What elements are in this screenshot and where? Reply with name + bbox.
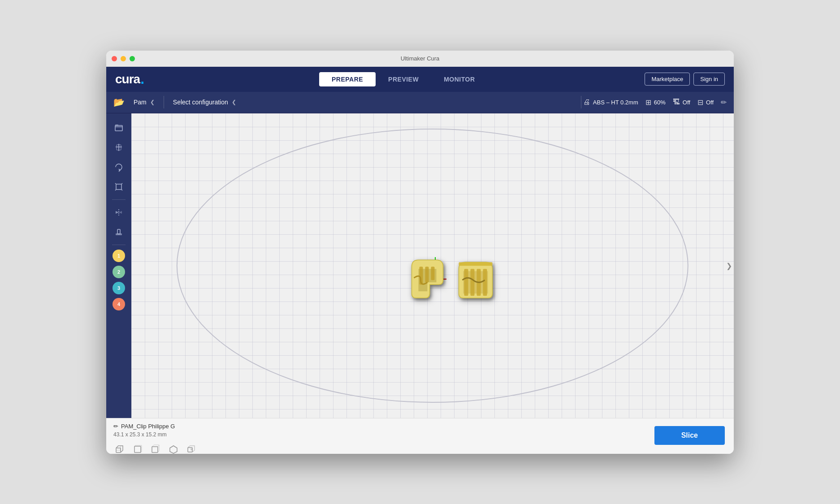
logo-dot: . [140, 71, 144, 87]
printer-name: Pam [134, 99, 147, 106]
right-scroll-indicator[interactable]: ❯ [726, 261, 732, 270]
svg-rect-13 [459, 262, 493, 266]
config-selector[interactable]: Select configuration ❮ [166, 99, 579, 106]
view-side-btn[interactable] [149, 443, 162, 454]
sidebar-sep-1 [112, 199, 126, 200]
minimize-button[interactable] [121, 56, 126, 61]
svg-rect-3 [116, 184, 121, 190]
tool-rotate[interactable] [110, 158, 128, 176]
folder-icon[interactable]: 📂 [113, 97, 125, 108]
tool-scale[interactable] [110, 178, 128, 196]
view-controls [113, 443, 727, 454]
adhesion-label: Off [706, 99, 714, 106]
tab-prepare[interactable]: PREPARE [319, 72, 376, 86]
svg-rect-7 [425, 267, 429, 282]
nav-actions: Marketplace Sign in [645, 73, 725, 86]
material-label: ABS – HT 0.2mm [593, 99, 638, 106]
layer-label-2: 2 [117, 269, 120, 275]
window-title: Ultimaker Cura [401, 55, 440, 62]
nav-tabs: PREPARE PREVIEW MONITOR [162, 72, 645, 86]
main-area: 1 2 3 4 [106, 113, 734, 418]
signin-button[interactable]: Sign in [693, 73, 725, 86]
svg-rect-8 [431, 267, 435, 280]
title-bar: Ultimaker Cura [106, 51, 734, 67]
viewport[interactable]: ❯ [131, 113, 734, 418]
pencil-icon: ✏ [113, 423, 118, 430]
view-front-btn[interactable] [131, 443, 144, 454]
layer-label-4: 4 [117, 302, 120, 307]
logo-text: cura [115, 72, 140, 86]
svg-rect-1 [115, 125, 118, 126]
logo: cura. [115, 71, 144, 87]
svg-rect-12 [483, 269, 487, 296]
maximize-button[interactable] [130, 56, 135, 61]
top-nav: cura. PREPARE PREVIEW MONITOR Marketplac… [106, 67, 734, 92]
tool-open[interactable] [110, 119, 128, 137]
traffic-lights [112, 56, 135, 61]
model-svg-2 [455, 255, 497, 305]
support-icon: 🏗 [673, 98, 680, 106]
tab-monitor[interactable]: MONITOR [431, 72, 487, 86]
material-icon: 🖨 [583, 98, 590, 106]
material-setting[interactable]: 🖨 ABS – HT 0.2mm [583, 98, 638, 106]
model-object-1[interactable] [405, 255, 450, 306]
tool-select[interactable] [110, 138, 128, 156]
svg-rect-0 [115, 125, 122, 131]
view-3d-btn[interactable] [113, 443, 126, 454]
models-container [405, 255, 497, 306]
svg-rect-18 [191, 448, 192, 450]
slice-button[interactable]: Slice [654, 426, 725, 445]
bottom-bar: ✏ PAM_Clip Philippe G 43.1 x 25.3 x 15.2… [106, 418, 734, 454]
layer-badge-3[interactable]: 3 [113, 282, 125, 294]
printer-chevron-icon: ❮ [150, 99, 155, 105]
toolbar: 📂 Pam ❮ Select configuration ❮ 🖨 ABS – H… [106, 92, 734, 113]
view-top-btn[interactable] [167, 443, 180, 454]
toolbar-divider-2 [581, 96, 581, 108]
marketplace-button[interactable]: Marketplace [645, 73, 690, 86]
adhesion-setting[interactable]: ⊟ Off [697, 98, 714, 107]
model-svg-1 [405, 255, 450, 305]
svg-rect-9 [464, 269, 468, 296]
support-setting[interactable]: 🏗 Off [673, 98, 690, 106]
svg-rect-15 [134, 446, 141, 452]
tab-preview[interactable]: PREVIEW [376, 72, 431, 86]
layer-badge-4[interactable]: 4 [113, 298, 125, 310]
app-window: Ultimaker Cura cura. PREPARE PREVIEW MON… [106, 51, 734, 454]
svg-rect-16 [152, 447, 158, 452]
toolbar-divider-1 [164, 96, 164, 108]
app-container: cura. PREPARE PREVIEW MONITOR Marketplac… [106, 67, 734, 454]
infill-icon: ⊞ [645, 98, 651, 107]
adhesion-icon: ⊟ [697, 98, 703, 107]
close-button[interactable] [112, 56, 117, 61]
config-chevron-icon: ❮ [232, 99, 236, 105]
layer-badge-2[interactable]: 2 [113, 266, 125, 278]
config-label: Select configuration [173, 99, 228, 106]
left-sidebar: 1 2 3 4 [106, 113, 131, 418]
tool-support[interactable] [110, 223, 128, 241]
layer-label-3: 3 [117, 285, 120, 291]
infill-setting[interactable]: ⊞ 60% [645, 98, 666, 107]
support-label: Off [683, 99, 690, 106]
infill-label: 60% [654, 99, 666, 106]
model-object-2[interactable] [455, 255, 497, 306]
model-info-area: ✏ PAM_Clip Philippe G 43.1 x 25.3 x 15.2… [113, 423, 727, 454]
svg-rect-10 [471, 269, 475, 296]
view-reset-btn[interactable] [185, 443, 198, 454]
svg-rect-5 [117, 229, 120, 234]
layer-badge-1[interactable]: 1 [113, 250, 125, 262]
layer-label-1: 1 [117, 253, 120, 258]
model-name-text: PAM_Clip Philippe G [121, 423, 175, 430]
sidebar-sep-2 [112, 245, 126, 245]
model-dimensions: 43.1 x 25.3 x 15.2 mm [113, 431, 727, 438]
toolbar-right: 🖨 ABS – HT 0.2mm ⊞ 60% 🏗 Off ⊟ Off ✏ [583, 98, 727, 107]
settings-edit-icon[interactable]: ✏ [721, 98, 727, 107]
printer-selector[interactable]: Pam ❮ [130, 99, 158, 106]
model-name-row: ✏ PAM_Clip Philippe G [113, 423, 727, 430]
tool-mirror[interactable] [110, 203, 128, 221]
